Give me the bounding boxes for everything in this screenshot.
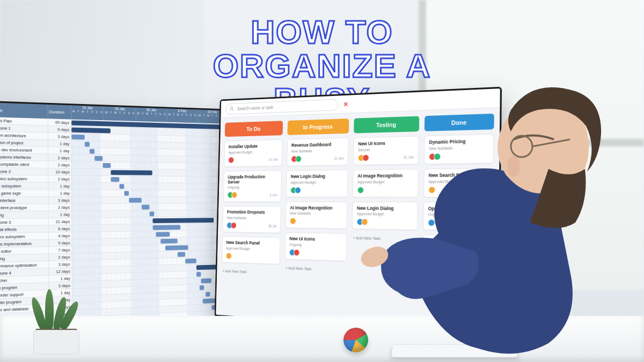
- gantt-date-group: 23 JanMTWTFSS: [104, 106, 136, 121]
- kanban-column-prog: In ProgressRevenue DashboardNew Subtasks…: [283, 119, 349, 317]
- add-task-button[interactable]: Add New Task: [284, 263, 346, 275]
- gantt-bar[interactable]: [90, 149, 94, 154]
- gantt-row-chart: [72, 190, 228, 196]
- avatar: [295, 187, 301, 194]
- column-header: Testing: [354, 116, 419, 134]
- column-header: In Progress: [287, 119, 349, 135]
- clear-icon[interactable]: ✕: [342, 100, 349, 108]
- svg-line-1: [232, 109, 233, 111]
- avatar: [428, 186, 435, 193]
- desk-scene: Task Name Duration 16 JanMTWTFSS23 JanMT…: [0, 83, 644, 362]
- gantt-bar[interactable]: [178, 252, 185, 257]
- gantt-row-name: Physics subsystem: [0, 233, 49, 240]
- gantt-bar[interactable]: [129, 198, 142, 203]
- gantt-bar[interactable]: [71, 128, 111, 134]
- card-title: New UI Icons: [358, 141, 414, 147]
- gantt-bar[interactable]: [153, 225, 181, 230]
- card-footer: [428, 219, 488, 227]
- gantt-row-chart: [72, 168, 228, 176]
- kanban-card[interactable]: AI Image RecognitionApproved Budget: [353, 169, 419, 197]
- gantt-row[interactable]: 11Basic game logic1 day: [0, 190, 228, 197]
- kanban-card[interactable]: Promotion DropoutsNew Subtasks30 Jul: [222, 206, 281, 233]
- add-task-button[interactable]: Add New Task: [352, 233, 418, 244]
- avatar: [362, 154, 369, 161]
- gantt-bar[interactable]: [119, 184, 124, 189]
- gantt-row-chart: [72, 176, 228, 183]
- gantt-bar[interactable]: [111, 170, 152, 175]
- kanban-card[interactable]: Revenue DashboardNew Subtasks21 Jun: [287, 138, 349, 166]
- card-footer: [428, 247, 488, 256]
- gantt-bar[interactable]: [199, 285, 203, 290]
- search-input[interactable]: Search name or task: [225, 99, 339, 115]
- kanban-card[interactable]: Optimize Loading TimeOngoing: [423, 202, 493, 231]
- gantt-row-duration: 1 day: [48, 183, 72, 189]
- gantt-bar[interactable]: [186, 258, 196, 263]
- kanban-column-test: TestingNew UI IconsSecond21 JunAI Image …: [350, 116, 419, 321]
- add-task-button[interactable]: Add New Task: [221, 267, 280, 277]
- gantt-bar[interactable]: [206, 292, 210, 297]
- gantt-row-duration: 12 days: [49, 268, 72, 275]
- gantt-bar[interactable]: [85, 142, 90, 146]
- gantt-row-name: Level editor: [0, 247, 49, 255]
- gantt-row-name: First compilable client: [0, 160, 48, 168]
- card-footer: 3 Jun: [228, 192, 277, 199]
- gantt-row-duration: 65 days: [48, 119, 71, 125]
- avatar: [295, 156, 302, 162]
- gantt-date-group: 6 FebMTWTFSS: [167, 108, 198, 123]
- right-monitor-kanban: Search name or task ✕ To DoInstaller Upd…: [215, 87, 502, 333]
- kanban-card[interactable]: New UI IconsOngoing: [284, 232, 347, 261]
- gantt-row-duration: 1 day: [48, 190, 72, 196]
- card-subtitle: Ongoing: [228, 186, 277, 189]
- card-footer: [226, 253, 276, 261]
- kanban-card[interactable]: Upgrade Production ServerOngoing3 Jun: [223, 170, 282, 202]
- gantt-bar[interactable]: [196, 272, 201, 277]
- kanban-column-todo: To DoInstaller UpdateApproved Budget11 J…: [221, 121, 283, 313]
- gantt-col-duration: Duration: [48, 105, 71, 120]
- gantt-bar[interactable]: [111, 177, 119, 182]
- card-footer: 21 Jun: [291, 154, 343, 162]
- card-subtitle: New Subtasks: [291, 148, 344, 153]
- column-cards: New UI IconsSecond21 JunAI Image Recogni…: [352, 136, 419, 244]
- gantt-bar[interactable]: [94, 156, 103, 161]
- card-avatars: [428, 186, 435, 193]
- rubber-band-ball: [343, 328, 368, 352]
- avatar: [434, 153, 441, 160]
- kanban-card[interactable]: AI Image RecognitionNew Subtasks: [286, 201, 348, 229]
- add-task-button[interactable]: Add New Task: [422, 263, 493, 275]
- kanban-card[interactable]: Keyword Sorting: [422, 235, 493, 261]
- card-avatars: [357, 187, 364, 194]
- gantt-bar[interactable]: [160, 239, 178, 243]
- kanban-card[interactable]: New Search PanelApproved Budget: [222, 236, 280, 264]
- gantt-row-name: Setup dev environment: [0, 146, 48, 153]
- gantt-bar[interactable]: [152, 218, 214, 223]
- search-icon: [229, 106, 234, 112]
- gantt-bar[interactable]: [165, 245, 188, 250]
- card-footer: [429, 152, 488, 160]
- kanban-card[interactable]: Installer UpdateApproved Budget11 Jun: [224, 139, 282, 167]
- gantt-bar[interactable]: [149, 211, 154, 216]
- avatar: [361, 219, 368, 226]
- card-title: AI Image Recognition: [290, 205, 343, 211]
- gantt-row-duration: 1 day: [49, 211, 72, 218]
- gantt-bar[interactable]: [103, 163, 111, 168]
- gantt-bar[interactable]: [156, 232, 170, 237]
- kanban-card[interactable]: New Login DialogApproved Budget: [286, 169, 348, 197]
- kanban-card[interactable]: Dynamic PricingNew Subtasks: [424, 134, 494, 164]
- kanban-card[interactable]: New UI IconsSecond21 Jun: [353, 136, 419, 165]
- gantt-row-duration: 10 days: [48, 168, 72, 175]
- gantt-bar[interactable]: [124, 191, 129, 196]
- card-avatars: [289, 249, 300, 256]
- card-avatars: [226, 222, 237, 229]
- gantt-bar[interactable]: [201, 278, 211, 283]
- kanban-card[interactable]: New Login DialogApproved Budget: [352, 202, 418, 231]
- gantt-bar[interactable]: [142, 205, 150, 210]
- keyboard: [391, 344, 518, 357]
- card-avatars: [357, 218, 368, 225]
- card-avatars: [228, 157, 234, 163]
- card-footer: 30 Jul: [226, 222, 276, 230]
- gantt-row-chart: [72, 183, 228, 190]
- card-title: New Login Dialog: [357, 206, 413, 212]
- gantt-row[interactable]: 10Audio subsystem1 day: [0, 182, 228, 190]
- kanban-card[interactable]: New Search PanelApproved Budget: [423, 168, 494, 197]
- gantt-bar[interactable]: [71, 135, 85, 140]
